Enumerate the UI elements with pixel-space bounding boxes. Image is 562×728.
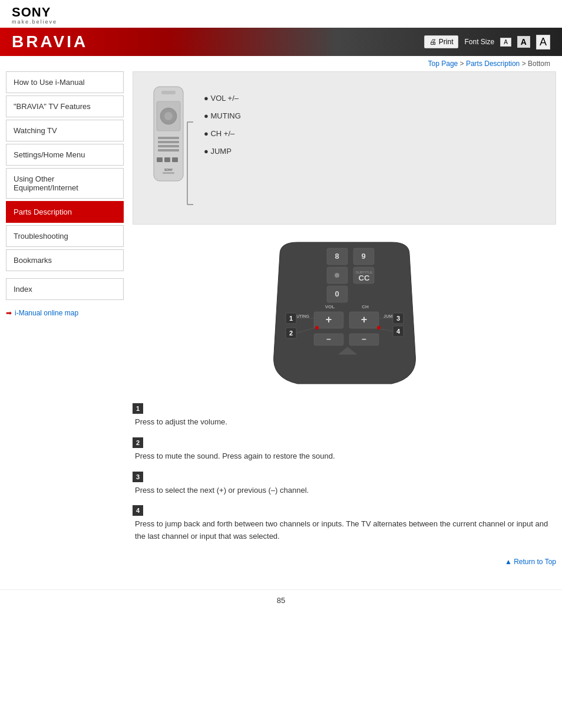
font-small-button[interactable]: A (500, 38, 511, 47)
svg-text:2: 2 (289, 330, 292, 337)
sidebar: How to Use i-Manual "BRAVIA" TV Features… (6, 71, 124, 572)
svg-text:VOL: VOL (325, 304, 335, 309)
svg-text:4: 4 (396, 328, 400, 335)
svg-text:+: + (361, 314, 367, 325)
breadcrumb: Top Page > Parts Description > Bottom (0, 56, 562, 71)
svg-rect-7 (158, 145, 179, 147)
desc-item-3: 3 Press to select the next (+) or previo… (133, 472, 556, 497)
online-map-label: i-Manual online map (15, 309, 78, 317)
remote-drawing: SONY (145, 84, 192, 212)
svg-text:0: 0 (335, 289, 339, 298)
svg-rect-11 (172, 157, 178, 162)
desc-text-3: Press to select the next (+) or previous… (133, 485, 556, 497)
sidebar-index[interactable]: Index (6, 278, 124, 300)
breadcrumb-sep1: > (460, 60, 466, 68)
triangle-icon: ▲ (505, 558, 514, 566)
desc-number-2: 2 (133, 437, 143, 448)
svg-text:–: – (362, 334, 366, 344)
svg-text:3: 3 (396, 315, 399, 322)
main-layout: How to Use i-Manual "BRAVIA" TV Features… (0, 71, 562, 584)
sony-logo: SONY (12, 6, 550, 19)
desc-number-4: 4 (133, 505, 143, 516)
sidebar-item-how-to-use[interactable]: How to Use i-Manual (6, 71, 124, 93)
sidebar-item-bravia-features[interactable]: "BRAVIA" TV Features (6, 95, 124, 117)
label-jump: JUMP (204, 143, 241, 160)
svg-text:1: 1 (289, 315, 292, 322)
desc-number-3: 3 (133, 472, 143, 482)
bravia-banner: BRAVIA 🖨 Print Font Size A A A (0, 28, 562, 56)
svg-text:8: 8 (335, 252, 339, 261)
header: SONY make.believe (0, 0, 562, 28)
svg-text:–: – (326, 334, 331, 344)
svg-text:CH: CH (362, 304, 369, 309)
remote-labels: VOL +/– MUTING CH +/– JUMP (204, 84, 241, 212)
svg-rect-13 (163, 172, 174, 174)
banner-controls: 🖨 Print Font Size A A A (424, 35, 550, 50)
sidebar-online-map-link[interactable]: ➡ i-Manual online map (6, 309, 124, 317)
desc-item-2: 2 Press to mute the sound. Press again t… (133, 437, 556, 463)
svg-point-25 (335, 273, 339, 278)
svg-text:SONY: SONY (164, 168, 173, 172)
breadcrumb-current: Bottom (528, 60, 550, 68)
desc-text-4: Press to jump back and forth between two… (133, 518, 556, 543)
bravia-title: BRAVIA (12, 32, 88, 51)
svg-point-4 (164, 112, 173, 120)
svg-rect-5 (158, 137, 179, 139)
sidebar-item-watching-tv[interactable]: Watching TV (6, 120, 124, 141)
label-muting: MUTING (204, 107, 241, 125)
svg-rect-1 (161, 91, 176, 94)
svg-rect-8 (158, 149, 179, 151)
svg-rect-6 (158, 141, 179, 143)
desc-item-1: 1 Press to adjust the volume. (133, 403, 556, 429)
label-vol: VOL +/– (204, 90, 241, 107)
desc-section: 1 Press to adjust the volume. 2 Press to… (133, 403, 556, 543)
sidebar-item-troubleshooting[interactable]: Troubleshooting (6, 225, 124, 247)
return-top: ▲ Return to Top (133, 552, 556, 572)
desc-text-2: Press to mute the sound. Press again to … (133, 450, 556, 463)
sidebar-item-parts-description[interactable]: Parts Description (6, 201, 124, 223)
desc-number-1: 1 (133, 403, 143, 414)
desc-item-4: 4 Press to jump back and forth between t… (133, 505, 556, 543)
diagram-svg: 8 9 SUBTITLE CC 0 VOL CH (250, 236, 439, 390)
breadcrumb-parts-description[interactable]: Parts Description (466, 60, 520, 68)
font-large-button[interactable]: A (536, 35, 550, 50)
arrow-icon: ➡ (6, 309, 12, 317)
font-medium-button[interactable]: A (517, 36, 530, 48)
desc-text-1: Press to adjust the volume. (133, 416, 556, 429)
label-ch: CH +/– (204, 125, 241, 143)
svg-rect-10 (164, 157, 170, 162)
sidebar-item-using-other[interactable]: Using Other Equipment/Internet (6, 168, 124, 199)
remote-svg: SONY (145, 84, 192, 202)
sidebar-item-bookmarks[interactable]: Bookmarks (6, 249, 124, 271)
svg-rect-0 (154, 87, 183, 181)
svg-text:9: 9 (361, 252, 365, 261)
remote-section: SONY VOL +/– MUTING CH +/– JUMP (133, 71, 556, 225)
return-top-label: Return to Top (514, 558, 556, 566)
print-label: Print (439, 38, 454, 46)
svg-text:+: + (325, 314, 332, 325)
sony-tagline: make.believe (12, 19, 550, 25)
print-icon: 🖨 (429, 38, 437, 46)
bracket-svg (186, 116, 198, 210)
diagram-container: 8 9 SUBTITLE CC 0 VOL CH (133, 236, 556, 391)
sidebar-item-settings-home[interactable]: Settings/Home Menu (6, 144, 124, 166)
return-top-link[interactable]: ▲ Return to Top (505, 558, 556, 566)
svg-point-39 (315, 326, 319, 330)
svg-rect-9 (157, 157, 163, 162)
breadcrumb-sep2: > (522, 60, 528, 68)
breadcrumb-top-page[interactable]: Top Page (428, 60, 458, 68)
font-size-label: Font Size (464, 38, 494, 46)
print-button[interactable]: 🖨 Print (424, 35, 459, 48)
page-footer: 85 (0, 589, 562, 611)
content: SONY VOL +/– MUTING CH +/– JUMP (133, 71, 556, 572)
page-number: 85 (277, 596, 285, 605)
svg-text:CC: CC (358, 274, 369, 282)
